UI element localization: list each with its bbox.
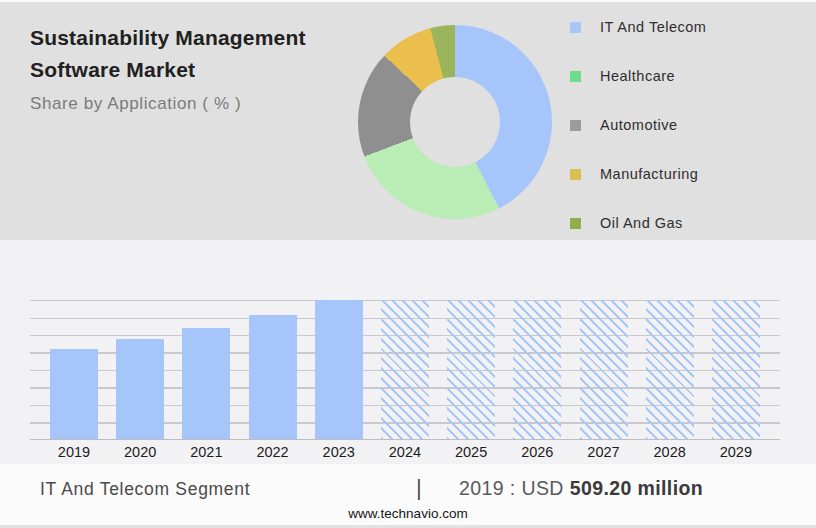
website-link[interactable]: www.technavio.com: [0, 506, 816, 521]
segment-label: IT And Telecom Segment: [40, 479, 250, 500]
title-block: Sustainability Management Software Marke…: [30, 22, 306, 114]
bar-2021: [182, 328, 230, 439]
legend-swatch: [570, 120, 581, 131]
page-title-line2: Software Market: [30, 54, 306, 86]
bars-container: [30, 300, 780, 439]
legend-swatch: [570, 71, 581, 82]
legend-item: Manufacturing: [570, 164, 706, 184]
donut-chart: [358, 25, 552, 219]
chart-subtitle: Share by Application ( % ): [30, 94, 306, 114]
x-axis-label: 2029: [712, 444, 760, 460]
bar-2024: [381, 300, 429, 439]
bar-2022: [249, 315, 297, 439]
x-axis-label: 2020: [116, 444, 164, 460]
x-axis-label: 2023: [315, 444, 363, 460]
bar-2029: [712, 300, 760, 439]
bar-2028: [646, 300, 694, 439]
x-axis-label: 2027: [580, 444, 628, 460]
x-axis-label: 2019: [50, 444, 98, 460]
bar-2023: [315, 300, 363, 439]
page-title-line1: Sustainability Management: [30, 22, 306, 54]
legend-label: Automotive: [600, 117, 678, 133]
legend-swatch: [570, 218, 581, 229]
legend-label: IT And Telecom: [600, 19, 706, 35]
legend-item: IT And Telecom: [570, 17, 706, 37]
legend-item: Healthcare: [570, 66, 706, 86]
legend-label: Manufacturing: [600, 166, 698, 182]
infographic-page: Sustainability Management Software Marke…: [0, 0, 816, 528]
bar-2027: [580, 300, 628, 439]
legend-item: Automotive: [570, 115, 706, 135]
x-axis-label: 2022: [249, 444, 297, 460]
legend-label: Oil And Gas: [600, 215, 683, 231]
bar-2026: [513, 300, 561, 439]
legend-swatch: [570, 169, 581, 180]
value-amount: 509.20 million: [570, 477, 704, 499]
bar-chart-section: 2019202020212022202320242025202620272028…: [0, 240, 816, 464]
x-axis-label: 2021: [182, 444, 230, 460]
header-panel: Sustainability Management Software Marke…: [0, 0, 816, 240]
bar-2025: [447, 300, 495, 439]
footer: IT And Telecom Segment | 2019 : USD 509.…: [0, 464, 816, 528]
pie-legend: IT And TelecomHealthcareAutomotiveManufa…: [570, 17, 706, 233]
bar-2019: [50, 349, 98, 439]
donut-hole: [410, 77, 500, 167]
x-axis-label: 2024: [381, 444, 429, 460]
legend-item: Oil And Gas: [570, 213, 706, 233]
footer-divider: |: [416, 475, 422, 501]
x-axis-label: 2026: [513, 444, 561, 460]
x-axis-label: 2028: [646, 444, 694, 460]
legend-label: Healthcare: [600, 68, 675, 84]
legend-swatch: [570, 22, 581, 33]
bar-2020: [116, 339, 164, 439]
value-prefix: 2019 : USD: [459, 477, 564, 499]
x-axis-label: 2025: [447, 444, 495, 460]
x-axis-labels: 2019202020212022202320242025202620272028…: [30, 444, 780, 460]
bar-plot: [30, 300, 780, 440]
value-line: 2019 : USD 509.20 million: [459, 477, 703, 500]
